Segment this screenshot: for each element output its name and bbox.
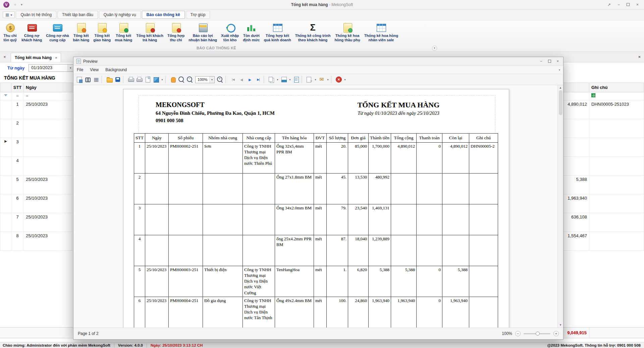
close-icon[interactable]: ×: [636, 3, 639, 7]
ribbon-item[interactable]: Tồn dưới định mức: [241, 21, 262, 43]
cell-ngay[interactable]: 25/10/2023: [24, 213, 72, 232]
dropdown-arrow-icon[interactable]: [326, 76, 330, 84]
grid-header-stt[interactable]: STT: [11, 83, 24, 92]
ribbon-item[interactable]: Tổng kết giao hàng: [91, 21, 113, 43]
cell-ghichu[interactable]: [589, 194, 644, 213]
close-preview-icon[interactable]: [335, 76, 343, 84]
preview-menu-item[interactable]: File: [73, 66, 87, 73]
dropdown-arrow-icon[interactable]: [276, 76, 279, 84]
menu-tab[interactable]: Báo cáo thống kê: [142, 11, 185, 19]
cell-stt[interactable]: 5: [11, 176, 24, 194]
row-selector-cell[interactable]: [0, 157, 11, 176]
chevron-down-icon[interactable]: ▾: [209, 77, 214, 83]
customize-toolbar-icon[interactable]: ▾: [21, 3, 22, 6]
row-selector-cell[interactable]: [0, 100, 11, 119]
cell-stt[interactable]: 1: [11, 100, 24, 119]
tab-close-icon[interactable]: ×: [55, 56, 57, 60]
filter-cell-stt[interactable]: =: [11, 92, 24, 100]
cell-ngay[interactable]: [24, 138, 72, 157]
window-list-button[interactable]: ▦▾: [3, 11, 15, 18]
menu-tab[interactable]: Trợ giúp: [186, 11, 210, 19]
cell-ngay[interactable]: 25/10/2023: [24, 194, 72, 213]
preview-menu-item[interactable]: View: [87, 66, 102, 73]
row-selector-cell[interactable]: [0, 232, 11, 251]
cell-ghichu[interactable]: [589, 138, 644, 157]
print-icon[interactable]: [127, 76, 135, 84]
row-selector-cell[interactable]: [0, 213, 11, 232]
ribbon-item[interactable]: Công nợ khách hàng: [19, 21, 44, 43]
export-icon[interactable]: [305, 76, 313, 84]
ribbon-item[interactable]: Thống kê công trình theo khách hàng: [293, 21, 333, 43]
last-page-icon[interactable]: [254, 76, 262, 84]
email-icon[interactable]: [318, 76, 326, 84]
ribbon-group-options-icon[interactable]: ▼: [432, 46, 437, 51]
fullscreen-icon[interactable]: ↗: [607, 3, 611, 7]
tabbar-close-icon[interactable]: ×: [638, 54, 641, 59]
multi-page-icon[interactable]: [267, 76, 275, 84]
magnifier-icon[interactable]: [177, 76, 185, 84]
prev-page-icon[interactable]: [237, 76, 246, 84]
first-page-icon[interactable]: [229, 76, 237, 84]
ribbon-item[interactable]: Báo cáo lợi nhuận bán hàng: [186, 21, 219, 43]
cell-ghichu[interactable]: [589, 232, 644, 251]
menu-tab[interactable]: Thiết lập ban đầu: [57, 11, 98, 19]
grid-header-ghichu[interactable]: Ghi chú: [589, 83, 644, 92]
ribbon-item[interactable]: Thống kê hoa hồng nhân viên sale: [362, 21, 400, 43]
filter-cell-ngay[interactable]: =: [24, 92, 72, 100]
ribbon-item[interactable]: Thu chi tồn quỹ: [1, 21, 19, 43]
toolbar-overflow-icon[interactable]: ▾: [559, 68, 563, 71]
row-selector-cell[interactable]: ▶: [0, 138, 11, 157]
next-page-icon[interactable]: [246, 76, 254, 84]
cell-ngay[interactable]: 25/10/2023: [24, 100, 72, 119]
minimize-icon[interactable]: −: [618, 3, 620, 7]
ribbon-item[interactable]: Xuất nhập tồn kho: [219, 21, 241, 43]
cell-ghichu[interactable]: [589, 213, 644, 232]
ribbon-item[interactable]: Tổng kết khách trả hàng: [134, 21, 165, 43]
filter-funnel-icon[interactable]: [4, 94, 7, 96]
cell-stt[interactable]: 7: [11, 213, 24, 232]
filter-cell-ghichu[interactable]: [589, 92, 644, 100]
cell-ngay[interactable]: 25/10/2023: [24, 232, 72, 251]
app-logo-icon[interactable]: V: [3, 2, 9, 8]
cell-ghichu[interactable]: [589, 157, 644, 176]
ribbon-item[interactable]: Tổng kết mua hàng: [113, 21, 134, 43]
scale-icon[interactable]: [152, 76, 160, 84]
table-view-icon[interactable]: [92, 76, 100, 84]
cell-ghichu[interactable]: [589, 119, 644, 138]
zoom-in-icon[interactable]: [216, 76, 224, 84]
row-selector-cell[interactable]: [0, 119, 11, 138]
preview-titlebar[interactable]: Preview − ×: [73, 57, 563, 66]
open-icon[interactable]: [105, 76, 113, 84]
zoom-level-select[interactable]: 100% ▾: [195, 76, 215, 83]
quick-print-icon[interactable]: [135, 76, 143, 84]
preview-scrollbar[interactable]: ▲ ▼: [557, 85, 563, 328]
cell-ghichu[interactable]: DHN00005-251023: [589, 100, 644, 119]
zoom-slider-track[interactable]: [524, 333, 550, 334]
dropdown-arrow-icon[interactable]: [160, 76, 164, 84]
cell-ghichu[interactable]: [589, 176, 644, 194]
dropdown-arrow-icon[interactable]: [343, 76, 347, 84]
cell-stt[interactable]: 4: [11, 157, 24, 176]
doc-map-icon[interactable]: [292, 76, 300, 84]
menu-tab[interactable]: Quản trị hệ thống: [16, 11, 56, 19]
page-setup-icon[interactable]: [144, 76, 152, 84]
preview-close-icon[interactable]: ×: [557, 59, 559, 63]
zoom-out-icon[interactable]: [186, 76, 194, 84]
document-tab-active[interactable]: Tổng kết mua hàng ×: [11, 53, 61, 62]
cell-stt[interactable]: 8: [11, 232, 24, 251]
zoom-in-button[interactable]: +: [553, 331, 559, 336]
menu-tab[interactable]: Quản lý nghiệp vụ: [99, 11, 141, 19]
cell-ngay[interactable]: 25/10/2023: [24, 176, 72, 194]
cell-stt[interactable]: 2: [11, 119, 24, 138]
scroll-up-icon[interactable]: ▲: [559, 85, 562, 90]
scroll-down-icon[interactable]: ▼: [559, 322, 562, 328]
preview-menu-item[interactable]: Background: [102, 66, 130, 73]
preview-minimize-icon[interactable]: −: [540, 59, 542, 63]
dropdown-arrow-icon[interactable]: [314, 76, 317, 84]
hand-tool-icon[interactable]: [169, 76, 177, 84]
zoom-slider-thumb[interactable]: [536, 332, 540, 336]
close-tab-list-icon[interactable]: ×: [0, 53, 9, 61]
page-color-icon[interactable]: [280, 76, 288, 84]
ribbon-item[interactable]: Công nợ nhà cung cấp: [44, 21, 71, 43]
scrollbar-thumb[interactable]: [559, 90, 562, 115]
